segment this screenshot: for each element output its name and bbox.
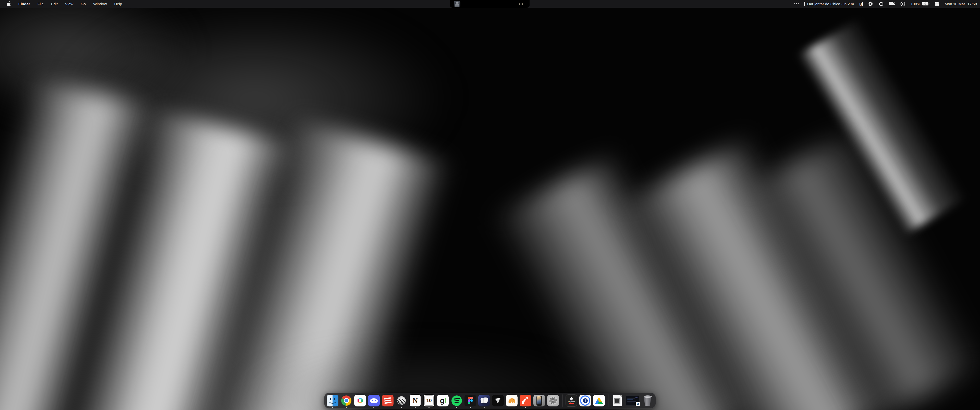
running-indicator [525, 407, 526, 408]
dock-iphone-mirroring[interactable] [533, 395, 545, 407]
dock-separator [608, 394, 608, 407]
linear-icon [396, 395, 407, 407]
clock-date: Mon 10 Mar [945, 2, 965, 6]
trash-icon [643, 395, 652, 406]
spotify-icon [452, 396, 462, 406]
slack-icon [354, 395, 366, 407]
running-indicator [456, 407, 457, 408]
battery-charging-icon [922, 2, 929, 6]
dock-slack[interactable] [354, 395, 366, 407]
figma-icon [465, 395, 476, 407]
running-indicator [332, 407, 333, 408]
dock-download-file[interactable] [611, 395, 623, 407]
apple-icon [6, 1, 11, 6]
iphone-mirroring-icon [533, 395, 545, 407]
next-event-item[interactable]: Dar jantar do Chico · in 2 m [804, 2, 854, 6]
window-stack-app-icon [478, 395, 490, 407]
dock-notion-calendar[interactable]: 10 [423, 395, 435, 407]
running-indicator [401, 407, 402, 408]
dock-arc-window-app[interactable] [478, 395, 490, 407]
running-indicator [484, 407, 485, 408]
dock-origami-app[interactable] [492, 395, 504, 407]
wallpaper [0, 0, 980, 410]
dock: N 10 g [324, 393, 656, 408]
running-indicator [346, 407, 347, 408]
dock-figma[interactable] [465, 395, 476, 407]
menu-item-window[interactable]: Window [93, 2, 107, 6]
event-divider-bar [804, 2, 805, 6]
dock-1password[interactable] [579, 395, 591, 407]
dock-finder[interactable] [327, 395, 339, 407]
menu-bar-status: Dar jantar do Chico · in 2 m g [794, 0, 977, 8]
chrome-icon [341, 396, 352, 406]
equalizer-bars-icon[interactable] [519, 3, 523, 5]
one-password-icon[interactable] [900, 2, 905, 6]
menu-item-file[interactable]: File [38, 2, 44, 6]
document-file-icon [613, 395, 622, 406]
running-indicator [428, 407, 430, 408]
raycast-icon: raycast [566, 394, 577, 407]
calendar-badge: 10 [635, 402, 640, 406]
superhuman-icon [520, 395, 531, 407]
menu-bar: Finder File Edit View Go Window Help Dar… [0, 0, 980, 8]
notion-calendar-icon: 10 [423, 394, 435, 407]
screen-mirroring-icon[interactable] [889, 2, 895, 6]
google-drive-icon [593, 395, 605, 407]
display-notch [450, 0, 530, 8]
menu-item-view[interactable]: View [65, 2, 73, 6]
dock-separator [562, 394, 563, 407]
dock-discord[interactable] [368, 395, 380, 407]
menu-item-app[interactable]: Finder [18, 2, 30, 6]
control-center-icon[interactable] [935, 2, 939, 6]
pick-icon[interactable] [878, 2, 883, 6]
gear-icon [547, 395, 559, 407]
todoist-icon [382, 395, 393, 407]
notion-icon: N [409, 394, 421, 407]
dock-spotify[interactable] [451, 395, 463, 407]
running-indicator [470, 407, 471, 408]
minimized-window-thumbnail: 10 [625, 396, 639, 406]
mammoth-icon [506, 395, 517, 407]
menu-bar-clock[interactable]: Mon 10 Mar 17:58 [945, 2, 977, 6]
flower-burst-icon[interactable] [868, 2, 873, 6]
apple-menu[interactable] [6, 1, 11, 6]
dock-todoist[interactable] [382, 395, 393, 407]
dock-granola[interactable]: g [437, 395, 449, 407]
running-indicator [373, 407, 374, 408]
dock-minimized-window[interactable]: 10 [625, 395, 640, 407]
clock-time: 17:58 [967, 2, 977, 6]
dock-system-settings[interactable] [547, 395, 559, 407]
discord-icon [368, 395, 380, 407]
webcam-preview-thumbnail[interactable] [454, 1, 460, 7]
dock-google-drive[interactable] [593, 395, 605, 407]
dock-mammouth[interactable] [506, 395, 517, 407]
granola-icon[interactable]: g [859, 2, 863, 6]
dock-trash[interactable] [641, 395, 653, 407]
origami-3d-icon [492, 395, 504, 407]
menu-item-edit[interactable]: Edit [51, 2, 58, 6]
battery-percent: 100% [911, 2, 920, 6]
one-password-app-icon [579, 395, 591, 407]
granola-app-icon: g [437, 395, 449, 407]
ellipsis-icon[interactable] [794, 3, 799, 4]
battery-status[interactable]: 100% [911, 2, 929, 6]
finder-icon [327, 395, 339, 407]
dock-superhuman[interactable] [520, 395, 531, 407]
menu-bar-left: Finder File Edit View Go Window Help [0, 1, 122, 6]
menu-item-help[interactable]: Help [115, 2, 122, 6]
dock-linear[interactable] [396, 395, 407, 407]
dock-chrome[interactable] [340, 395, 352, 407]
next-event-text: Dar jantar do Chico · in 2 m [807, 2, 854, 6]
dock-raycast[interactable]: raycast [566, 395, 577, 407]
desktop: Finder File Edit View Go Window Help Dar… [0, 0, 980, 410]
menu-item-go[interactable]: Go [81, 2, 86, 6]
running-indicator [415, 407, 416, 408]
dock-notion[interactable]: N [409, 395, 421, 407]
